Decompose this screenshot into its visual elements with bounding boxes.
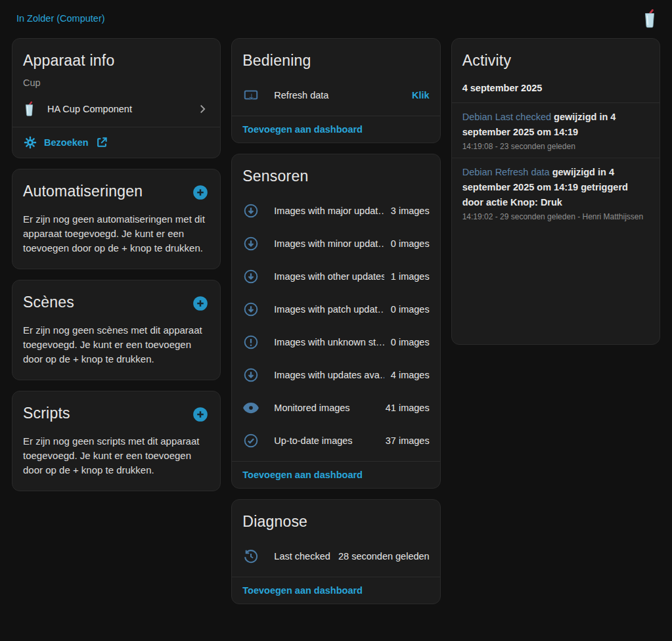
device-info-footer: Bezoeken [12, 127, 220, 158]
logbook-entry: Debian Refresh data gewijzigd in 4 septe… [452, 158, 660, 228]
breadcrumb[interactable]: In Zolder (Computer) [16, 13, 105, 24]
add-to-dashboard-link[interactable]: Toevoegen aan dashboard [242, 585, 363, 596]
sensor-value: 0 images [391, 238, 430, 249]
alert-circle-icon [242, 334, 259, 351]
sensor-label: Images with major updat… [274, 206, 384, 216]
integration-row[interactable]: HA Cup Component [12, 91, 220, 127]
add-to-dashboard-link[interactable]: Toevoegen aan dashboard [242, 470, 363, 480]
entity-value: 28 seconden geleden [338, 551, 430, 562]
sensor-label: Images with updates ava… [274, 370, 384, 380]
sensors-card: Sensoren Images with major updat… 3 imag… [231, 154, 440, 489]
arrow-down-circle-icon [242, 235, 259, 252]
history-icon [242, 548, 259, 565]
press-action-button[interactable]: Klik [412, 90, 430, 100]
entity-label: Last checked [274, 551, 332, 562]
entity-row-refresh-data[interactable]: Refresh data Klik [232, 79, 439, 112]
automations-empty-text: Er zijn nog geen automatiseringen met di… [12, 208, 220, 269]
top-bar: In Zolder (Computer) [0, 0, 672, 30]
scenes-card: Scènes Er zijn nog geen scènes met dit a… [12, 280, 221, 380]
sensor-value: 0 images [391, 337, 430, 347]
controls-card: Bediening Refresh data Klik Toevoegen aa… [231, 38, 440, 143]
sensor-row[interactable]: Images with minor updat… 0 images [232, 227, 439, 260]
sensor-label: Images with patch updat… [274, 304, 384, 315]
arrow-down-circle-icon [242, 301, 259, 318]
cup-logo-icon [642, 9, 658, 28]
add-script-button[interactable] [189, 403, 212, 426]
device-info-title: Apparaat info [12, 39, 220, 77]
sensor-value: 3 images [391, 206, 430, 216]
sensor-value: 4 images [391, 370, 430, 380]
sensor-row[interactable]: Up-to-date images 37 images [232, 424, 439, 457]
automations-title: Automatiseringen [12, 179, 153, 206]
logbook-entry: Debian Last checked gewijzigd in 4 septe… [452, 103, 660, 158]
visit-link[interactable]: Bezoeken [44, 137, 89, 148]
scripts-card: Scripts Er zijn nog geen scripts met dit… [12, 391, 221, 491]
sensor-row[interactable]: Images with unknown st… 0 images [232, 326, 439, 359]
logbook-entity-link[interactable]: Debian Refresh data [462, 167, 550, 177]
entity-label: Refresh data [274, 90, 405, 100]
sensor-label: Images with other updates [274, 271, 384, 282]
sensor-row[interactable]: Monitored images 41 images [232, 391, 439, 424]
logbook-meta: 14:19:08 - 23 seconden geleden [462, 141, 649, 152]
scripts-empty-text: Er zijn nog geen scripts met dit apparaa… [12, 430, 220, 491]
add-automation-button[interactable] [189, 181, 212, 204]
device-page-grid: Apparaat info Cup HA Cup Component [0, 30, 672, 604]
activity-title: Activity [452, 39, 660, 77]
activity-date-header: 4 september 2025 [452, 77, 660, 103]
arrow-down-circle-icon [242, 268, 259, 285]
sensor-value: 1 images [391, 271, 430, 282]
open-in-new-icon[interactable] [95, 136, 108, 149]
sensor-label: Images with unknown st… [274, 337, 384, 347]
sensor-row[interactable]: Images with other updates 1 images [232, 260, 439, 293]
scenes-empty-text: Er zijn nog geen scènes met dit apparaat… [12, 319, 220, 380]
gesture-tap-button-icon [242, 87, 259, 104]
sensor-value: 41 images [386, 403, 430, 413]
scenes-title: Scènes [12, 290, 85, 317]
activity-card: Activity 4 september 2025 Debian Last ch… [451, 38, 660, 345]
chevron-right-icon [195, 102, 210, 116]
add-to-dashboard-link[interactable]: Toevoegen aan dashboard [242, 124, 363, 135]
automations-card: Automatiseringen Er zijn nog geen automa… [12, 169, 221, 269]
sensor-row[interactable]: Images with major updat… 3 images [232, 194, 439, 227]
eye-icon [242, 399, 259, 416]
check-circle-icon [242, 432, 259, 449]
device-manufacturer: Cup [12, 77, 220, 91]
controls-footer: Toevoegen aan dashboard [232, 116, 439, 143]
cup-integration-icon [23, 100, 35, 117]
sensor-label: Monitored images [274, 403, 378, 413]
diagnostics-title: Diagnose [232, 500, 439, 539]
sensors-title: Sensoren [232, 154, 439, 193]
sensor-label: Images with minor updat… [274, 238, 384, 249]
scripts-title: Scripts [12, 401, 81, 428]
diagnostics-card: Diagnose Last checked 28 seconden gelede… [231, 499, 440, 604]
device-info-card: Apparaat info Cup HA Cup Component [12, 38, 221, 158]
controls-title: Bediening [232, 39, 439, 77]
entity-row-last-checked[interactable]: Last checked 28 seconden geleden [232, 540, 439, 573]
diagnostics-footer: Toevoegen aan dashboard [232, 577, 439, 604]
sensor-value: 37 images [386, 435, 430, 446]
integration-name: HA Cup Component [47, 104, 183, 114]
logbook-meta: 14:19:02 - 29 seconden geleden - Henri M… [462, 211, 649, 222]
gear-icon [23, 135, 37, 150]
logbook-entity-link[interactable]: Debian Last checked [462, 112, 551, 122]
add-scene-button[interactable] [189, 292, 212, 315]
arrow-down-circle-icon [242, 366, 259, 384]
sensors-footer: Toevoegen aan dashboard [232, 461, 439, 488]
sensor-label: Up-to-date images [274, 435, 378, 446]
sensor-value: 0 images [391, 304, 430, 315]
sensor-row[interactable]: Images with updates ava… 4 images [232, 359, 439, 391]
arrow-down-circle-icon [242, 202, 259, 219]
sensor-row[interactable]: Images with patch updat… 0 images [232, 293, 439, 326]
